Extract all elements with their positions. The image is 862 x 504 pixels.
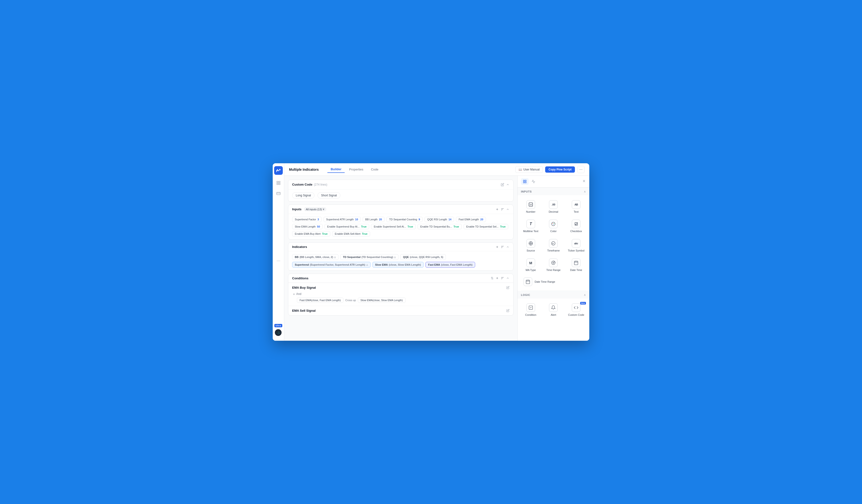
header-right: 📖 User Manual Copy Pine Script ···: [515, 166, 585, 173]
add-indicator-button[interactable]: [496, 245, 499, 249]
right-panel-close-button[interactable]: [582, 179, 586, 184]
svg-rect-46: [574, 261, 578, 265]
customcode-label: Custom Code: [568, 314, 584, 316]
input-type-color[interactable]: Color: [542, 216, 565, 236]
input-type-source[interactable]: Source: [520, 236, 542, 255]
main-content: Multiple Indicators Builder Properties C…: [284, 163, 589, 341]
list-item[interactable]: TD Sequential (TD Sequential Counting) △: [340, 254, 399, 260]
list-item[interactable]: BB Length 20: [363, 217, 385, 222]
more-options-button[interactable]: ···: [577, 166, 585, 173]
sidebar: Ultra 🌑: [273, 163, 284, 341]
input-type-timerange[interactable]: Time Range: [542, 255, 565, 275]
list-item[interactable]: BB (BB Length, SMA, close, 2) △: [292, 254, 338, 260]
datetime-icon: [572, 258, 580, 267]
list-item[interactable]: Supertrend (Supertrend Factor, Supertren…: [292, 262, 370, 268]
list-item[interactable]: QQE (close, QQE RSI Length, 5): [400, 254, 446, 260]
sidebar-item-chart[interactable]: [274, 178, 283, 187]
list-item[interactable]: Slow EMA Length 50: [292, 224, 323, 229]
input-type-matype[interactable]: M MA Type: [520, 255, 542, 275]
add-condition-button[interactable]: [496, 277, 499, 280]
all-inputs-filter[interactable]: All inputs (13) ∨: [304, 207, 326, 211]
input-type-text[interactable]: AB Text: [565, 197, 587, 216]
condition-separator: Cross up: [345, 299, 356, 302]
custom-code-lines: (274 lines): [314, 183, 327, 186]
color-icon: [549, 220, 558, 228]
indicators-header: Indicators: [288, 243, 513, 251]
inputs-header: Inputs All inputs (13) ∨: [288, 205, 513, 214]
conditions-title: Conditions: [292, 277, 309, 280]
ticker-label: Ticker Symbol: [568, 249, 585, 252]
right-panel-tab-chart[interactable]: [530, 178, 537, 185]
input-type-datetimerange[interactable]: Date Time Range: [520, 275, 587, 289]
input-type-datetime[interactable]: Date Time: [565, 255, 587, 275]
body-area: Custom Code (274 lines) Long Signa: [284, 176, 589, 341]
sidebar-item-card[interactable]: [274, 189, 283, 198]
list-item[interactable]: Enable TD Sequential Sel... True: [463, 224, 508, 229]
svg-rect-2: [277, 183, 278, 185]
logic-alert[interactable]: Alert: [542, 301, 565, 319]
list-item[interactable]: Fast EMA (close, Fast EMA Length): [426, 262, 475, 268]
list-item[interactable]: QQE RSI Length 14: [425, 217, 454, 222]
user-manual-button[interactable]: 📖 User Manual: [515, 166, 543, 173]
short-signal-badge[interactable]: Short Signal: [317, 192, 340, 199]
sort-indicators-button[interactable]: [501, 245, 504, 249]
tab-code[interactable]: Code: [368, 166, 382, 173]
svg-point-35: [553, 224, 554, 225]
list-item[interactable]: TD Sequential Counting 9: [387, 217, 422, 222]
sidebar-more[interactable]: [274, 256, 283, 265]
list-item[interactable]: Enable EMA Buy Alert True: [292, 231, 330, 236]
collapse-indicators-button[interactable]: [506, 245, 509, 249]
svg-rect-4: [276, 192, 280, 195]
logic-customcode[interactable]: New Custom Code: [565, 301, 587, 319]
input-type-multiline[interactable]: T Multiline Text: [520, 216, 542, 236]
sort-inputs-button[interactable]: [501, 208, 504, 211]
sort-conditions-button[interactable]: [501, 277, 504, 280]
input-type-number[interactable]: 12 Number: [520, 197, 542, 216]
input-type-decimal[interactable]: .00 Decimal: [542, 197, 565, 216]
chevron-down-icon: ∨: [293, 293, 295, 295]
list-item[interactable]: Enable EMA Sell Alert True: [332, 231, 370, 236]
svg-text:12: 12: [530, 203, 532, 206]
list-item[interactable]: Enable TD Sequential Bu... True: [418, 224, 462, 229]
conditions-header: Conditions ⇅: [288, 274, 513, 283]
svg-rect-26: [523, 182, 524, 183]
condition-and[interactable]: ∨ And: [292, 292, 509, 296]
logic-collapse-icon[interactable]: ∧: [584, 293, 586, 296]
input-type-ticker[interactable]: abc Ticker Symbol: [565, 236, 587, 255]
copy-pine-button[interactable]: Copy Pine Script: [545, 167, 575, 173]
list-item[interactable]: Enable Supertrend Sell Al... True: [371, 224, 416, 229]
custom-code-collapse-button[interactable]: [506, 183, 509, 186]
right-panel-tab-grid[interactable]: [521, 178, 528, 185]
decimal-icon: .00: [549, 200, 558, 209]
tab-properties[interactable]: Properties: [345, 166, 366, 173]
tab-builder[interactable]: Builder: [327, 166, 345, 173]
condition-chip-slow-ema[interactable]: Slow EMA(close, Slow EMA Length): [358, 297, 406, 303]
long-signal-badge[interactable]: Long Signal: [292, 192, 314, 199]
list-item[interactable]: Slow EMA (close, Slow EMA Length): [373, 262, 423, 268]
custom-code-edit-button[interactable]: [501, 183, 504, 186]
list-item[interactable]: Enable Supertrend Buy Al... True: [325, 224, 369, 229]
collapse-conditions-button[interactable]: [506, 277, 509, 280]
svg-rect-25: [525, 180, 526, 181]
app-logo[interactable]: [274, 166, 283, 175]
datetimerange-label: Date Time Range: [535, 280, 555, 283]
custom-code-title: Custom Code: [292, 183, 313, 186]
condition-row: Fast EMA(close, Fast EMA Length) Cross u…: [292, 297, 509, 303]
color-label: Color: [550, 230, 557, 233]
list-item[interactable]: Fast EMA Length 20: [456, 217, 486, 222]
logic-condition[interactable]: Condition: [520, 301, 542, 319]
inputs-collapse-icon[interactable]: ∧: [584, 190, 586, 193]
condition-chip-fast-ema[interactable]: Fast EMA(close, Fast EMA Length): [297, 297, 343, 303]
edit-ema-sell-signal-button[interactable]: [506, 309, 509, 312]
reorder-conditions-button[interactable]: ⇅: [491, 276, 494, 280]
add-input-button[interactable]: [496, 208, 499, 211]
list-item[interactable]: Supertrend ATR Length 10: [324, 217, 361, 222]
collapse-inputs-button[interactable]: [506, 208, 509, 211]
condition-icon: [526, 303, 535, 312]
edit-ema-buy-signal-button[interactable]: [506, 286, 509, 289]
list-item[interactable]: Supertrend Factor 3: [292, 217, 322, 222]
input-type-timeframe[interactable]: 30 Timeframe: [542, 236, 565, 255]
input-type-checkbox[interactable]: ☑ Checkbox: [565, 216, 587, 236]
user-avatar[interactable]: 🌑: [275, 329, 282, 336]
alert-icon: [549, 303, 558, 312]
